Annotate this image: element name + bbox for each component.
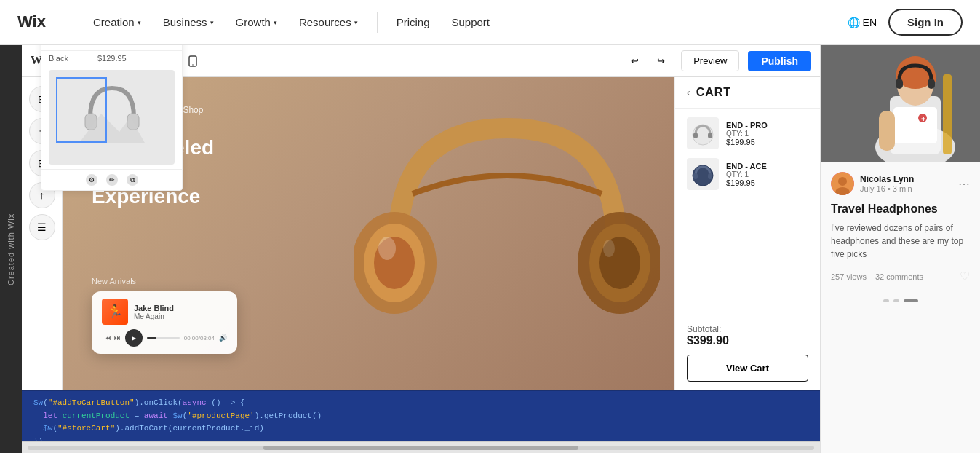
blog-comments: 32 comments — [875, 272, 923, 281]
editor-section: Wix Page: Home ▾ ↩ ↪ — [22, 45, 820, 453]
nav-item-business[interactable]: Business ▾ — [154, 10, 223, 34]
blog-hero-svg: ✚ — [821, 45, 980, 162]
like-button[interactable]: ♡ — [960, 269, 970, 283]
redo-icon: ↪ — [657, 55, 665, 66]
svg-point-6 — [192, 64, 194, 66]
nav-item-creation[interactable]: Creation ▾ — [84, 10, 150, 34]
nav-item-pricing[interactable]: Pricing — [388, 10, 439, 34]
nav-item-support[interactable]: Support — [443, 10, 499, 34]
author-avatar — [831, 172, 854, 195]
undo-button[interactable]: ↩ — [623, 50, 646, 73]
preview-table-row: Black $129.95 — [41, 51, 182, 66]
volume-icon[interactable]: 🔊 — [219, 334, 227, 342]
skip-back-icon[interactable]: ⏮ — [105, 334, 111, 342]
cart-subtotal-label: Subtotal: — [687, 324, 808, 334]
created-with-wix-panel: Created with Wix — [0, 45, 22, 453]
undo-redo-controls: ↩ ↪ — [623, 50, 672, 73]
blog-stats: 257 views 32 comments ♡ — [831, 269, 970, 283]
selection-box — [56, 77, 107, 143]
wix-logo[interactable]: Wix — [17, 11, 61, 34]
cart-item: END - PRO QTY: 1 $199.95 — [687, 117, 808, 149]
redo-button[interactable]: ↪ — [649, 50, 672, 73]
new-arrivals-section: New Arrivals 🏃 Jake Blind Me Again — [92, 277, 237, 354]
author-info: Nicolas Lynn July 16 • 3 min — [860, 174, 952, 193]
cart-footer: Subtotal: $399.90 View Cart — [675, 315, 820, 390]
sign-in-button[interactable]: Sign In — [888, 9, 963, 36]
play-button[interactable]: ▶ — [125, 329, 143, 347]
svg-rect-33 — [879, 111, 895, 151]
view-cart-button[interactable]: View Cart — [687, 355, 808, 382]
globe-icon: 🌐 — [848, 17, 860, 28]
publish-button[interactable]: Publish — [748, 51, 811, 71]
nav-item-resources[interactable]: Resources ▾ — [290, 10, 367, 34]
hero-headphone-image — [354, 77, 660, 390]
svg-rect-19 — [693, 133, 698, 138]
svg-rect-30 — [896, 79, 903, 89]
svg-rect-34 — [943, 74, 952, 154]
player-song: Me Again — [134, 312, 174, 320]
blog-views: 257 views — [831, 272, 867, 281]
code-line-2: let currentProduct = await $w('#productP… — [33, 410, 808, 423]
svg-point-17 — [603, 240, 615, 257]
svg-point-38 — [838, 177, 847, 186]
scroll-thumb[interactable] — [263, 446, 578, 450]
cart-item-price-1: $199.95 — [726, 178, 808, 187]
blog-author-row: Nicolas Lynn July 16 • 3 min ⋯ — [831, 172, 970, 195]
blog-title: Travel Headphones — [831, 202, 970, 216]
blog-excerpt: I've reviewed dozens of pairs of headpho… — [831, 221, 970, 261]
undo-icon: ↩ — [631, 55, 639, 66]
chevron-down-icon: ▾ — [210, 19, 214, 26]
svg-rect-22 — [693, 173, 698, 179]
nav-right: 🌐 EN Sign In — [848, 9, 963, 36]
settings-icon[interactable]: ⚙ — [86, 174, 97, 186]
language-selector[interactable]: 🌐 EN — [848, 17, 877, 28]
code-line-4: }) — [33, 436, 808, 441]
prev-icon[interactable]: ⏭ — [114, 334, 121, 342]
author-meta: July 16 • 3 min — [860, 184, 952, 193]
svg-text:Wix: Wix — [17, 12, 47, 31]
new-arrivals-label: New Arrivals — [92, 277, 237, 285]
site-nav-shop[interactable]: Shop — [183, 105, 203, 116]
cart-item-qty-1: QTY: 1 — [726, 170, 808, 178]
cart-item-image-0 — [687, 117, 719, 149]
more-options-button[interactable]: ☰ — [29, 214, 55, 240]
player-prev-icons: ⏮ ⏭ — [105, 334, 121, 342]
cart-items: END - PRO QTY: 1 $199.95 — [675, 109, 820, 315]
cart-item-price-0: $199.95 — [726, 138, 808, 146]
preview-bottom-icons: ⚙ ✏ ⧉ — [41, 169, 182, 190]
chevron-down-icon: ▾ — [274, 19, 277, 26]
preview-card: Color Price Black $129.95 — [41, 32, 183, 191]
cart-item-name-1: END - ACE — [726, 162, 808, 170]
scroll-track[interactable] — [28, 446, 814, 450]
player-time: 00:00/03:04 — [184, 335, 215, 342]
cart-item-details-0: END - PRO QTY: 1 $199.95 — [726, 121, 808, 146]
edit-icon[interactable]: ✏ — [106, 174, 118, 186]
chevron-down-icon: ▾ — [354, 19, 358, 26]
pagination-dot-active[interactable] — [904, 299, 918, 302]
preview-product-image — [49, 70, 175, 165]
top-navigation: Wix Creation ▾ Business ▾ Growth ▾ Resou… — [0, 0, 980, 45]
more-options-icon[interactable]: ⋯ — [958, 177, 970, 191]
code-line-1: $w("#addToCartButton").onClick(async () … — [33, 397, 808, 410]
cart-header: ‹ CART — [675, 77, 820, 109]
pagination-dots — [821, 294, 980, 308]
mobile-view-button[interactable] — [181, 50, 204, 73]
cart-title: CART — [696, 86, 731, 99]
preview-button[interactable]: Preview — [681, 50, 739, 71]
cart-collapse-button[interactable]: ‹ — [687, 87, 690, 98]
nav-divider — [377, 12, 378, 33]
blog-card-content: Nicolas Lynn July 16 • 3 min ⋯ Travel He… — [821, 162, 980, 294]
player-progress-bar[interactable] — [147, 337, 180, 339]
nav-item-growth[interactable]: Growth ▾ — [227, 10, 286, 34]
nav-items: Creation ▾ Business ▾ Growth ▾ Resources… — [84, 10, 848, 34]
pagination-dot[interactable] — [883, 299, 889, 302]
pagination-dot[interactable] — [893, 299, 899, 302]
cart-item-qty-0: QTY: 1 — [726, 130, 808, 138]
duplicate-icon[interactable]: ⧉ — [127, 174, 138, 186]
cart-item-name-0: END - PRO — [726, 121, 808, 130]
music-player-card: 🏃 Jake Blind Me Again ⏮ ⏭ — [92, 291, 237, 354]
chevron-down-icon: ▾ — [138, 19, 141, 26]
main-area: Created with Wix Wix Page: Home ▾ — [0, 45, 980, 453]
player-controls: ⏮ ⏭ ▶ 00:00/03:04 🔊 — [102, 329, 227, 347]
svg-rect-31 — [928, 79, 935, 89]
